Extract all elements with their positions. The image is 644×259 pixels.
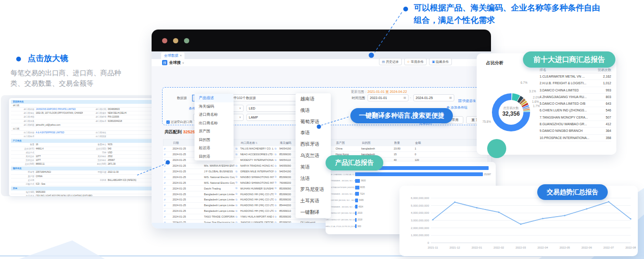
detail-field-value: 2357166HUNGI <box>36 170 83 174</box>
chevron-down-icon[interactable]: ∨ <box>182 61 184 64</box>
magnifier-icon[interactable]: ⌕ <box>163 175 172 179</box>
date-to-input[interactable]: 2024-01-25▦ <box>413 94 454 101</box>
table-header-cell[interactable]: 目的国 <box>361 141 393 145</box>
language-option-1[interactable]: 越南语 <box>296 93 331 105</box>
ranking-count: 643 <box>606 100 611 107</box>
magnifier-icon[interactable]: ⌕ <box>163 158 172 162</box>
copy-icon[interactable]: ⧉ <box>235 198 239 201</box>
detail-field-value[interactable]: A & A ENTERPRISE LIMITED <box>36 131 83 134</box>
language-option-4[interactable]: 泰语 <box>296 127 331 139</box>
magnifier-icon[interactable]: ⌕ <box>163 181 172 185</box>
copy-icon[interactable]: ⧉ <box>235 170 239 173</box>
magnifier-icon[interactable]: ⌕ <box>163 164 172 168</box>
copy-icon[interactable]: ⧉ <box>235 153 239 156</box>
copy-icon[interactable]: ⧉ <box>235 187 239 190</box>
magnifier-icon[interactable]: ⌕ <box>163 215 172 219</box>
table-header-cell[interactable]: 数量 <box>393 141 414 145</box>
copy-icon[interactable]: ⧉ <box>235 215 239 219</box>
table-header-cell[interactable]: 金额 <box>414 141 435 145</box>
minimize-window-dot[interactable] <box>173 38 178 43</box>
copy-icon[interactable]: ⧉ <box>274 170 278 173</box>
detail-field-label: 原产国 <box>11 175 36 178</box>
left-annotation-desc: 每笔交易的出口商、进口商、商品种 类、交易数量、交易金额等 <box>10 68 139 89</box>
language-option-5[interactable]: 西班牙语 <box>296 139 331 150</box>
filter-blank-importer-checkbox[interactable]: ✓过滤空白进口商 <box>166 120 193 124</box>
date-dash: - <box>410 96 411 99</box>
detail-field-label: 进口商邮箱 <box>11 123 36 127</box>
magnifier-icon[interactable]: ⌕ <box>163 209 172 213</box>
close-window-dot[interactable] <box>162 38 167 43</box>
favorites-button[interactable]: ☆常用条件 <box>404 58 427 65</box>
language-option-11[interactable]: 一键翻译 <box>296 207 331 218</box>
language-option-10[interactable]: 土耳其语 <box>296 195 331 207</box>
copy-icon[interactable]: ⧉ <box>235 181 239 184</box>
hide-conditions-button[interactable]: ▣隐藏条件 <box>429 58 452 65</box>
language-option-9[interactable]: 罗马尼亚语 <box>296 184 331 195</box>
sort-icon[interactable]: ⇅ <box>256 141 257 144</box>
magnifier-icon[interactable]: ⌕ <box>163 147 172 150</box>
copy-icon[interactable]: ⧉ <box>274 192 278 196</box>
copy-icon[interactable]: ⧉ <box>235 164 239 168</box>
detail-field-label: 到岸单价 <box>83 159 108 162</box>
left-annotation-desc1: 每笔交易的出口商、进口商、商品种 <box>10 68 139 78</box>
history-button[interactable]: ▤历史记录 <box>379 58 402 65</box>
table-header-cell[interactable]: 出口商名称⇅ <box>240 141 274 145</box>
magnifier-icon[interactable]: ⌕ <box>163 192 172 196</box>
field-option-5[interactable]: 原产国 <box>194 127 234 136</box>
app-selector[interactable]: 全球搜 <box>169 60 181 65</box>
magnifier-icon[interactable]: ⌕ <box>163 152 172 156</box>
copy-icon[interactable]: ⧉ <box>274 204 278 207</box>
field-option-3[interactable]: 进口商名称 <box>194 110 234 119</box>
field-option-4[interactable]: 出口商名称 <box>194 119 234 128</box>
magnifier-icon[interactable]: ⌕ <box>163 187 172 190</box>
x-tick-label: 2022-04 <box>538 246 549 249</box>
detail-field-value[interactable]: JAINSONS EMPORIO PRIVATE LIMITED <box>36 108 83 111</box>
copy-icon[interactable]: ⧉ <box>235 209 239 213</box>
copy-icon[interactable]: ⧉ <box>274 147 278 150</box>
copy-icon[interactable]: ⧉ <box>274 153 278 156</box>
copy-icon[interactable]: ⧉ <box>274 181 278 184</box>
language-option-2[interactable]: 俄语 <box>296 105 331 116</box>
tab-global-data[interactable]: 全球数据× <box>161 52 184 59</box>
field-option-1[interactable]: 产品描述 <box>194 94 234 102</box>
bar-value: 900 <box>358 225 361 228</box>
ranking-name: 4.ZHANGJIAGANG YIHUA RU... <box>540 94 587 100</box>
table-cell: NINGBO SHIMAOTONG INTER <box>239 181 274 184</box>
copy-icon[interactable]: ⧉ <box>235 175 239 179</box>
date-from-input[interactable]: 2022-01-01▦ <box>368 94 409 101</box>
magnifier-icon[interactable]: ⌕ <box>163 169 172 173</box>
trend-point <box>498 211 500 213</box>
copy-icon[interactable]: ⧉ <box>274 164 278 168</box>
copy-icon[interactable]: ⧉ <box>235 147 239 150</box>
copy-icon[interactable]: ⧉ <box>274 198 278 201</box>
language-option-6[interactable]: 乌克兰语 <box>296 150 331 161</box>
field-option-7[interactable]: 起运港 <box>194 144 234 152</box>
tab-close-icon[interactable]: × <box>180 53 182 58</box>
detail-field-label: 出口商电话 <box>11 135 36 138</box>
copy-icon[interactable]: ⧉ <box>235 192 239 196</box>
detail-field-label: 申报日期 <box>83 170 108 174</box>
language-option-3[interactable]: 葡萄牙语 <box>296 116 331 128</box>
copy-icon[interactable]: ⧉ <box>274 187 278 190</box>
magnifier-icon[interactable]: ⌕ <box>163 198 172 201</box>
copy-icon[interactable]: ⧉ <box>274 159 278 162</box>
y-tick-label: 0 <box>428 241 429 244</box>
y-tick-label: 5,000,000,000 <box>411 204 429 207</box>
ranking-row: 9.DAMCO NINGBO BRANCH364 <box>540 128 611 134</box>
add-group-label: 添加条件组 <box>450 106 467 109</box>
field-option-2[interactable]: 海关编码 <box>194 102 234 111</box>
copy-icon[interactable]: ⧉ <box>235 204 239 207</box>
language-dropdown: 越南语俄语葡萄牙语泰语西班牙语乌克兰语英语法语罗马尼亚语土耳其语一键翻译 <box>296 93 331 218</box>
detail-field-label: 进口商代码 <box>83 108 108 111</box>
copy-icon[interactable]: ⧉ <box>274 209 278 213</box>
language-option-8[interactable]: 法语 <box>296 173 331 184</box>
copy-icon[interactable]: ⧉ <box>274 175 278 179</box>
field-option-6[interactable]: 目的国 <box>194 136 234 144</box>
update-range-from: 2021-01-01 <box>368 90 385 93</box>
detail-section-title: 产品信息 <box>11 139 155 143</box>
magnifier-icon[interactable]: ⌕ <box>163 203 172 207</box>
field-option-8[interactable]: 目的港 <box>194 152 234 161</box>
maximize-window-dot[interactable] <box>184 38 189 43</box>
table-header-cell[interactable]: 原产国 <box>335 141 361 145</box>
copy-icon[interactable]: ⧉ <box>274 215 278 219</box>
